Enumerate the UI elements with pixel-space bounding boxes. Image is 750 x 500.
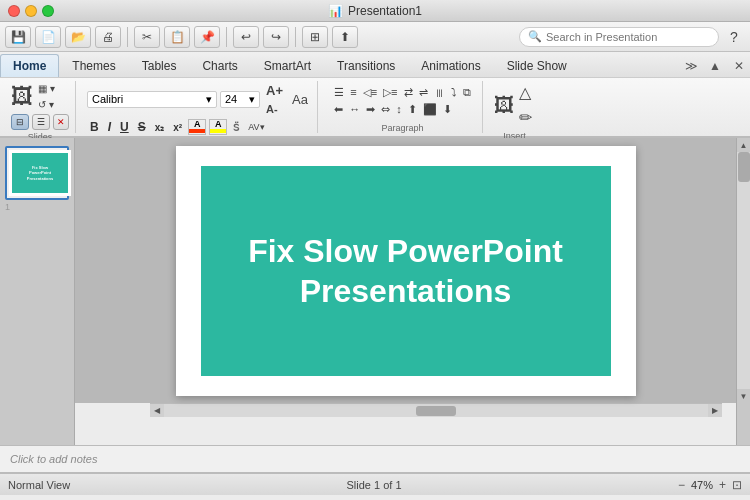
tab-animations[interactable]: Animations (408, 54, 493, 77)
tab-themes[interactable]: Themes (59, 54, 128, 77)
ltr-button[interactable]: ⇌ (417, 85, 430, 100)
font-size-selector[interactable]: 24 ▾ (220, 91, 260, 108)
tab-smartart[interactable]: SmartArt (251, 54, 324, 77)
minimize-button[interactable] (25, 5, 37, 17)
zoom-out-button[interactable]: − (678, 478, 685, 492)
insert-draw-btn[interactable]: ✏ (516, 106, 535, 129)
indent-inc-button[interactable]: ▷≡ (381, 85, 399, 100)
ribbon-tabs: Home Themes Tables Charts SmartArt Trans… (0, 52, 750, 78)
notes-area[interactable]: Click to add notes (0, 445, 750, 473)
align-right-button[interactable]: ➡ (364, 102, 377, 117)
window-controls[interactable] (8, 5, 54, 17)
help-button[interactable]: ? (723, 26, 745, 48)
slide-thumbnail-container[interactable]: Fix SlowPowerPointPresentations (5, 146, 69, 200)
print-button[interactable]: 🖨 (95, 26, 121, 48)
para-row2: ⬅ ↔ ➡ ⇔ ↕ ⬆ ⬛ ⬇ (332, 102, 472, 117)
fit-to-window-button[interactable]: ⊡ (732, 478, 742, 492)
slide-panel: Fix SlowPowerPointPresentations 1 (0, 138, 75, 403)
vertical-scrollbar[interactable]: ▲ ▼ (736, 138, 750, 403)
align-center-button[interactable]: ↔ (347, 102, 362, 117)
rtl-button[interactable]: ⇄ (402, 85, 415, 100)
tab-tables[interactable]: Tables (129, 54, 190, 77)
tab-transitions[interactable]: Transitions (324, 54, 408, 77)
new-slide-button[interactable]: 🖼 (11, 84, 33, 110)
zoom-in-button[interactable]: + (719, 478, 726, 492)
scroll-left-button[interactable]: ◀ (150, 404, 164, 418)
save-button[interactable]: 💾 (5, 26, 31, 48)
slides-group-content: 🖼 ▦ ▾ ↺ ▾ ⊟ ☰ ✕ (11, 81, 69, 130)
search-box[interactable]: 🔍 (519, 27, 719, 47)
font-decrease-btn[interactable]: A- (263, 101, 286, 117)
clear-format-btn[interactable]: Aa (289, 90, 311, 109)
scroll-up-button[interactable]: ▲ (737, 138, 751, 152)
indent-dec-button[interactable]: ◁≡ (361, 85, 379, 100)
insert-shapes-btn[interactable]: △ (516, 81, 535, 104)
slide-content-background[interactable]: Fix Slow PowerPoint Presentations (201, 166, 611, 376)
scroll-track[interactable] (737, 152, 750, 389)
shadow-button[interactable]: S̈ (230, 121, 242, 134)
maximize-button[interactable] (42, 5, 54, 17)
justify-button[interactable]: ⇔ (379, 102, 392, 117)
slide-layout-button[interactable]: ▦ ▾ (35, 81, 58, 96)
text-direction-button[interactable]: ⤵ (449, 85, 459, 100)
slide-canvas[interactable]: Fix Slow PowerPoint Presentations (176, 146, 636, 396)
slide-thumbnail: Fix SlowPowerPointPresentations (9, 150, 71, 196)
superscript-button[interactable]: x² (170, 121, 185, 134)
numbering-button[interactable]: ≡ (348, 85, 358, 100)
export-button[interactable]: ⬆ (332, 26, 358, 48)
scroll-right-button[interactable]: ▶ (708, 404, 722, 418)
scroll-thumb[interactable] (738, 152, 750, 182)
close-button[interactable] (8, 5, 20, 17)
line-spacing-button[interactable]: ↕ (394, 102, 404, 117)
char-spacing-btn[interactable]: AV▾ (245, 120, 267, 134)
bold-button[interactable]: B (87, 119, 102, 135)
ribbon-close-button[interactable]: ✕ (728, 55, 750, 77)
font-color-button[interactable]: A (188, 119, 206, 135)
bullets-button[interactable]: ☰ (332, 85, 346, 100)
align-bottom-button[interactable]: ⬇ (441, 102, 454, 117)
slide-reset-button[interactable]: ↺ ▾ (35, 97, 58, 112)
font-color-bar (189, 129, 205, 133)
font-increase-btn[interactable]: A+ (263, 81, 286, 100)
slides-view-btn[interactable]: ⊟ (11, 114, 29, 130)
subscript-button[interactable]: x₂ (152, 121, 168, 134)
ribbon-options-button[interactable]: ▲ (704, 55, 726, 77)
highlight-color-button[interactable]: A (209, 119, 227, 135)
tab-home[interactable]: Home (0, 54, 59, 77)
columns-button[interactable]: ⫼ (432, 85, 447, 100)
outline-view-btn[interactable]: ☰ (32, 114, 50, 130)
paste-button[interactable]: 📌 (194, 26, 220, 48)
smartart-button[interactable]: ⧉ (461, 85, 473, 100)
tab-slideshow[interactable]: Slide Show (494, 54, 580, 77)
h-scroll-track[interactable] (164, 404, 708, 417)
horizontal-scrollbar[interactable]: ◀ ▶ (150, 403, 722, 417)
italic-button[interactable]: I (105, 119, 114, 135)
insert-image-button[interactable]: 🖼 (494, 81, 514, 129)
open-button[interactable]: 📂 (65, 26, 91, 48)
align-top-button[interactable]: ⬆ (406, 102, 419, 117)
font-color-icon: A (194, 120, 201, 129)
strikethrough-button[interactable]: S (135, 119, 149, 135)
font-row2: B I U S x₂ x² A A S̈ AV (87, 119, 311, 135)
layout-button[interactable]: ⊞ (302, 26, 328, 48)
align-left-button[interactable]: ⬅ (332, 102, 345, 117)
undo-button[interactable]: ↩ (233, 26, 259, 48)
font-family-selector[interactable]: Calibri ▾ (87, 91, 217, 108)
underline-button[interactable]: U (117, 119, 132, 135)
align-middle-button[interactable]: ⬛ (421, 102, 439, 117)
new-button[interactable]: 📄 (35, 26, 61, 48)
ribbon-expand-button[interactable]: ≫ (680, 55, 702, 77)
main-area: Fix SlowPowerPointPresentations 1 Fix Sl… (0, 138, 750, 403)
canvas-area[interactable]: Fix Slow PowerPoint Presentations (75, 138, 736, 403)
redo-button[interactable]: ↪ (263, 26, 289, 48)
copy-button[interactable]: 📋 (164, 26, 190, 48)
h-scroll-thumb[interactable] (416, 406, 456, 416)
search-input[interactable] (546, 31, 710, 43)
highlight-icon: A (215, 120, 222, 129)
tab-charts[interactable]: Charts (189, 54, 250, 77)
bottom-row: ◀ ▶ (0, 403, 750, 445)
font-dropdown-icon: ▾ (206, 93, 212, 106)
scroll-down-button[interactable]: ▼ (737, 389, 751, 403)
close-panel-btn[interactable]: ✕ (53, 114, 69, 130)
cut-button[interactable]: ✂ (134, 26, 160, 48)
